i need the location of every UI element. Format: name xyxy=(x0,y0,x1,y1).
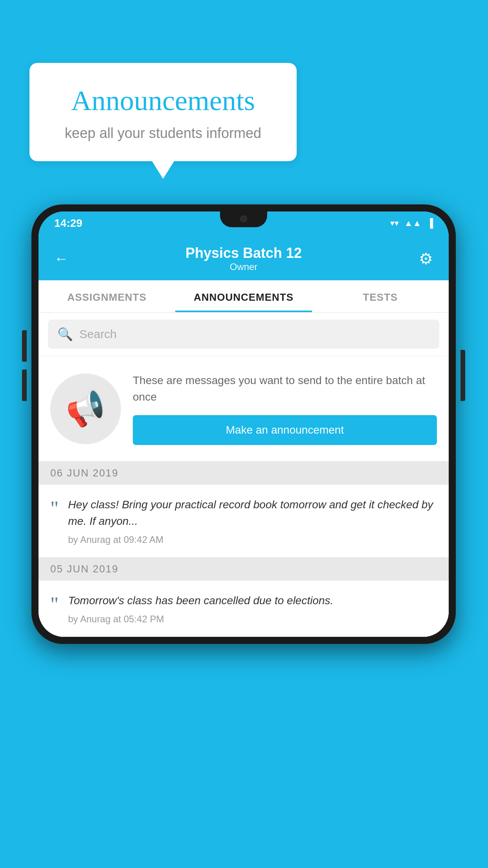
settings-button[interactable]: ⚙ xyxy=(419,250,433,268)
app-header: ← Physics Batch 12 Owner ⚙ xyxy=(39,235,449,280)
tab-tests[interactable]: TESTS xyxy=(312,280,449,312)
signal-icon: ▲▲ xyxy=(404,218,422,228)
announcement-meta-1: by Anurag at 09:42 AM xyxy=(68,534,437,545)
header-center: Physics Batch 12 Owner xyxy=(185,245,302,272)
status-time: 14:29 xyxy=(54,217,83,230)
tab-assignments[interactable]: ASSIGNMENTS xyxy=(39,280,175,312)
bubble-title: Announcements xyxy=(53,85,273,117)
search-container: 🔍 Search xyxy=(39,313,449,356)
header-title: Physics Batch 12 xyxy=(185,245,302,261)
promo-right: These are messages you want to send to t… xyxy=(133,372,437,445)
date-separator-1: 06 JUN 2019 xyxy=(39,462,449,485)
quote-icon-1: " xyxy=(50,498,59,545)
megaphone-icon: 📢 xyxy=(62,386,110,432)
search-placeholder: Search xyxy=(79,327,117,341)
announcement-content-2: Tomorrow's class has been cancelled due … xyxy=(68,592,437,625)
status-icons: ▾▾ ▲▲ ▐ xyxy=(390,218,433,228)
header-owner-label: Owner xyxy=(185,261,302,272)
volume-up-button xyxy=(22,330,27,362)
megaphone-circle: 📢 xyxy=(50,373,121,444)
announcement-meta-2: by Anurag at 05:42 PM xyxy=(68,614,437,625)
status-bar: 14:29 ▾▾ ▲▲ ▐ xyxy=(39,211,449,235)
announcement-content-1: Hey class! Bring your practical record b… xyxy=(68,497,437,545)
make-announcement-button[interactable]: Make an announcement xyxy=(133,415,437,445)
quote-icon-2: " xyxy=(50,594,59,625)
front-camera xyxy=(240,215,247,223)
promo-description: These are messages you want to send to t… xyxy=(133,372,437,405)
announcement-text-2: Tomorrow's class has been cancelled due … xyxy=(68,592,437,609)
volume-down-button xyxy=(22,370,27,401)
promo-card: 📢 These are messages you want to send to… xyxy=(39,357,449,461)
date-separator-2: 05 JUN 2019 xyxy=(39,557,449,581)
battery-icon: ▐ xyxy=(427,218,433,228)
tab-announcements[interactable]: ANNOUNCEMENTS xyxy=(175,280,312,312)
power-button xyxy=(460,350,465,401)
announcement-text-1: Hey class! Bring your practical record b… xyxy=(68,497,437,530)
speech-bubble-card: Announcements keep all your students inf… xyxy=(29,63,297,161)
bubble-subtitle: keep all your students informed xyxy=(53,125,273,142)
announcement-item-1: " Hey class! Bring your practical record… xyxy=(39,485,449,557)
content-area: 🔍 Search 📢 These are messages you want t… xyxy=(39,313,449,637)
search-icon: 🔍 xyxy=(57,327,73,342)
notch xyxy=(220,211,267,227)
tabs-bar: ASSIGNMENTS ANNOUNCEMENTS TESTS xyxy=(39,280,449,313)
search-bar[interactable]: 🔍 Search xyxy=(48,320,439,349)
back-button[interactable]: ← xyxy=(54,250,68,267)
phone-mockup: 14:29 ▾▾ ▲▲ ▐ ← Physics Batch 12 Owner ⚙ xyxy=(31,204,456,644)
wifi-icon: ▾▾ xyxy=(390,218,399,228)
announcement-item-2: " Tomorrow's class has been cancelled du… xyxy=(39,581,449,637)
